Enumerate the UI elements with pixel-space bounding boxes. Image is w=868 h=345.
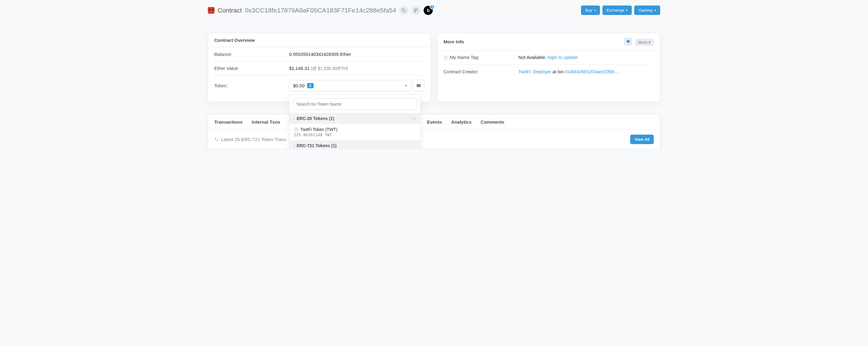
name-tag-text: Not Available, [518,55,548,60]
contract-identicon [208,7,215,14]
overview-title: Contract Overview [214,38,255,43]
name-tag-row: ?My Name Tag: Not Available, login to up… [443,50,654,65]
ether-value-amount: $1,148.31 [289,66,310,71]
buy-label: Buy [585,8,592,12]
latest-text: Latest 25 ERC-721 Token Trans [221,137,286,142]
more-button-label: More [638,40,647,44]
token-row: Token: $0.00 2 ▾ [214,75,425,96]
exchange-button[interactable]: Exchange▾ [602,5,632,15]
erc721-section-header[interactable]: ›ERC-721 Tokens (1) [289,140,420,149]
creator-value: TwitFi: Deployer at txn 0x3f442665203ae1… [518,69,654,74]
ether-value-row: Ether Value: $1,148.31 (@ $1,208.30/ETH) [214,61,425,75]
ether-value: $1,148.31 (@ $1,208.30/ETH) [289,66,425,71]
name-tag-label-text: My Name Tag: [450,55,479,60]
more-info-header: More Info More ▾ [437,33,660,50]
more-info-title: More Info [443,39,464,44]
gaming-label: Gaming [639,8,653,12]
balance-label: Balance: [214,51,289,57]
tab-body: Latest 25 ERC-721 Token Trans View All [208,130,660,149]
header-right: Buy▾ Exchange▾ Gaming▾ [581,5,660,15]
token-item-twt[interactable]: TwitFi Token (TWT) 225.86362148 TWT [289,124,420,140]
erc721-header-text: ERC-721 Tokens (1) [297,143,337,148]
gaming-button[interactable]: Gaming▾ [634,5,660,15]
heart-icon [626,40,630,44]
balance-value: 0.950350140341428355 Ether [289,51,425,57]
tab-comments[interactable]: Comments [481,114,505,130]
transactions-card: Transactions Internal Txns Events Analyt… [208,114,660,149]
qr-icon [414,8,418,12]
svg-rect-4 [416,11,417,11]
contract-overview-card: Contract Overview Balance: 0.95035014034… [208,33,431,102]
tabs-row: Transactions Internal Txns Events Analyt… [208,114,660,130]
creator-label: Contract Creator: [443,69,518,74]
tab-internal-txns[interactable]: Internal Txns [252,114,280,130]
creator-txn-link[interactable]: 0x3f442665203ae1f2f0b… [565,69,619,74]
token-search-input[interactable] [292,98,417,110]
chevron-down-icon: ▾ [594,8,596,12]
name-tag-value: Not Available, login to update [518,55,654,60]
tab-events[interactable]: Events [427,114,442,130]
buy-button[interactable]: Buy▾ [581,5,600,15]
copy-icon [402,8,406,12]
balance-row: Balance: 0.950350140341428355 Ether [214,47,425,61]
erc20-section-header[interactable]: ›ERC-20 Tokens (1) ⇅ [289,113,420,124]
token-count-badge: 2 [307,83,314,88]
wallet-view-button[interactable] [413,80,425,91]
token-dropdown-panel: ›ERC-20 Tokens (1) ⇅ TwitFi Token (TWT) … [289,94,421,149]
ether-value-label: Ether Value: [214,66,289,71]
token-dropdown-wrap: $0.00 2 ▾ [289,80,425,91]
ether-rate: (@ $1,208.30/ETH) [311,66,348,71]
tab-transactions[interactable]: Transactions [214,114,243,130]
tab-analytics[interactable]: Analytics [451,114,472,130]
contract-address: 0x3CC18fe17879A8aF05CA183F71Fe14c288e5fa… [245,7,396,14]
blockscan-badge: 1 [430,5,435,9]
contract-creator-row: Contract Creator: TwitFi: Deployer at tx… [443,65,654,78]
token-item-amount: 225.86362148 TWT [294,133,416,137]
chevron-down-icon: ▾ [654,8,656,12]
help-icon[interactable]: ? [443,56,448,60]
login-link[interactable]: login to update [548,55,578,60]
qr-code-button[interactable] [411,6,421,15]
sort-icon[interactable]: ⇅ [413,116,416,121]
blockscan-chat-button[interactable]: b 1 [424,6,433,15]
svg-rect-1 [414,8,416,10]
more-dropdown-button[interactable]: More ▾ [635,39,654,46]
token-dropdown-toggle[interactable]: $0.00 2 ▾ [289,80,411,91]
chevron-down-icon: ▾ [626,8,627,12]
token-label: Token: [214,83,289,88]
page-title: Contract [218,7,242,14]
creator-link[interactable]: TwitFi: Deployer [518,69,551,74]
favorite-button[interactable] [624,38,632,45]
erc20-header-text: ERC-20 Tokens (1) [297,116,334,121]
page-header: Contract 0x3CC18fe17879A8aF05CA183F71Fe1… [208,0,660,21]
header-left: Contract 0x3CC18fe17879A8aF05CA183F71Fe1… [208,6,433,15]
latest-transfers-label: Latest 25 ERC-721 Token Trans [214,137,286,142]
svg-rect-2 [416,8,418,10]
view-all-button[interactable]: View All [630,135,654,144]
exchange-label: Exchange [607,8,624,12]
token-icon [294,127,299,132]
svg-rect-0 [403,10,405,11]
name-tag-label: ?My Name Tag: [443,55,518,60]
token-total-value: $0.00 [293,83,305,88]
creator-at-text: at txn [551,69,565,74]
svg-rect-5 [417,11,418,12]
copy-address-button[interactable] [399,6,408,15]
chevron-down-icon: ▾ [649,40,651,44]
svg-rect-3 [414,11,416,12]
token-item-name: TwitFi Token (TWT) [301,127,337,132]
chevron-down-icon: ▾ [405,84,407,88]
sort-icon[interactable] [214,137,219,142]
chevron-right-icon: › [294,144,295,148]
more-info-card: More Info More ▾ ?My Name Tag: Not Avail… [437,33,660,102]
wallet-icon [416,83,421,88]
chevron-right-icon: › [294,117,295,120]
overview-header: Contract Overview [208,33,431,47]
